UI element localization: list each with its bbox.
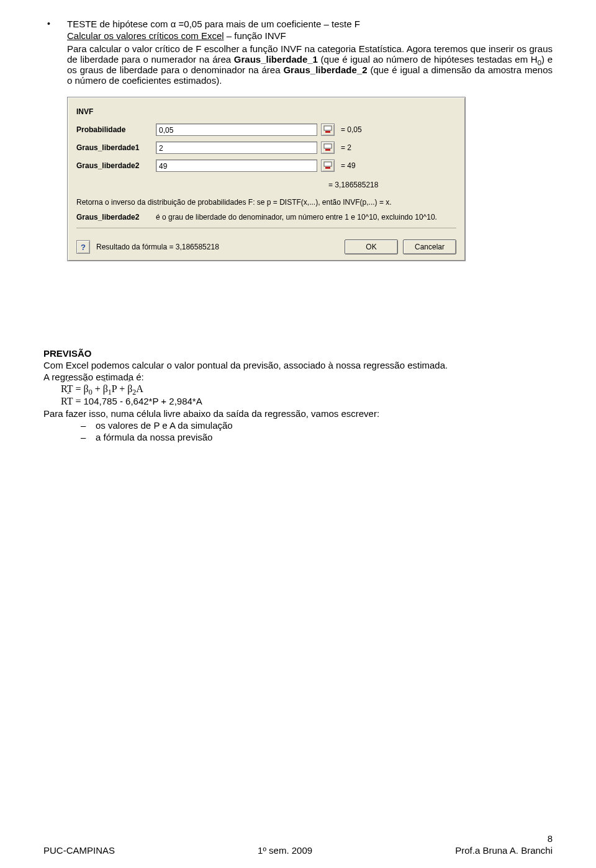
probabilidade-input[interactable]: 0,05 <box>156 123 317 136</box>
field-result: = 49 <box>341 161 356 170</box>
svg-rect-4 <box>324 162 332 166</box>
graus-liberdade2-input[interactable]: 49 <box>156 159 317 172</box>
svg-rect-2 <box>324 144 332 148</box>
dialog-title: INVF <box>76 107 456 116</box>
page-footer: 8 PUC-CAMPINAS 1º sem. 2009 Prof.a Bruna… <box>43 833 553 856</box>
field-desc-text: é o grau de liberdade do denominador, um… <box>156 213 456 221</box>
formula-result-text: Resultado da fórmula = 3,186585218 <box>96 243 219 251</box>
bullet-item: • TESTE de hipótese com α =0,05 para mai… <box>43 19 553 29</box>
text-bold: Graus_liberdade_2 <box>283 65 367 75</box>
field-label: Graus_liberdade1 <box>76 143 156 152</box>
cancel-button[interactable]: Cancelar <box>403 239 456 254</box>
dash-icon: – <box>81 432 96 442</box>
paragraph: Para fazer isso, numa célula livre abaix… <box>43 408 553 419</box>
formula-values: RTˆ = 104,785 - 6,642*P + 2,984*A <box>61 396 553 407</box>
bullet-title: TESTE de hipótese com α =0,05 para mais … <box>67 19 553 29</box>
paragraph: Com Excel podemos calcular o valor pontu… <box>43 360 553 370</box>
sub-list-item: – a fórmula da nossa previsão <box>81 432 553 442</box>
ok-button[interactable]: OK <box>345 239 398 254</box>
dialog-row-gl2: Graus_liberdade2 49 = 49 <box>76 159 456 172</box>
help-button[interactable]: ? <box>76 240 90 254</box>
dialog-description: Retorna o inverso da distribuição de pro… <box>76 198 456 207</box>
list-text: a fórmula da nossa previsão <box>96 432 212 442</box>
dialog-invf: INVF Probabilidade 0,05 = 0,05 Graus_lib… <box>67 97 466 261</box>
collapse-dialog-icon[interactable] <box>321 159 335 172</box>
formula-numbers: 104,785 - 6,642*P + 2,984*A <box>84 396 202 406</box>
field-desc-label: Graus_liberdade2 <box>76 213 156 221</box>
paragraph: A regressão estimada é: <box>43 372 553 382</box>
svg-rect-0 <box>324 126 332 130</box>
section-heading-previsao: PREVISÃO <box>43 348 553 359</box>
formula-regression: RTˆ = βˆ0 + βˆ1P + βˆ2A <box>61 383 553 395</box>
field-label: Graus_liberdade2 <box>76 161 156 170</box>
svg-rect-3 <box>325 149 330 151</box>
text: – função INVF <box>224 30 286 41</box>
dialog-field-description: Graus_liberdade2 é o grau de liberdade d… <box>76 213 456 221</box>
dash-icon: – <box>81 420 96 431</box>
page-number: 8 <box>43 833 553 844</box>
dialog-row-prob: Probabilidade 0,05 = 0,05 <box>76 123 456 136</box>
text: (que é igual ao número de hipóteses test… <box>318 54 538 65</box>
footer-left: PUC-CAMPINAS <box>43 845 115 856</box>
dialog-bottom-bar: ? Resultado da fórmula = 3,186585218 OK … <box>76 235 456 254</box>
svg-rect-1 <box>325 131 330 133</box>
field-label: Probabilidade <box>76 125 156 134</box>
svg-rect-5 <box>325 167 330 169</box>
bullet-icon: • <box>43 19 67 29</box>
text-bold: Graus_liberdade_1 <box>234 54 318 65</box>
collapse-dialog-icon[interactable] <box>321 141 335 154</box>
dialog-row-gl1: Graus_liberdade1 2 = 2 <box>76 141 456 154</box>
graus-liberdade1-input[interactable]: 2 <box>156 141 317 154</box>
paragraph: Calcular os valores críticos com Excel –… <box>67 30 553 41</box>
field-result: = 2 <box>341 143 351 152</box>
divider <box>76 228 456 228</box>
dialog-result: = 3,186585218 <box>328 181 456 189</box>
footer-center: 1º sem. 2009 <box>258 845 312 856</box>
paragraph: Para calcular o valor crítico de F escol… <box>67 43 553 86</box>
text-underline: Calcular os valores críticos com Excel <box>67 30 224 41</box>
field-result: = 0,05 <box>341 125 362 134</box>
footer-right: Prof.a Bruna A. Branchi <box>455 845 553 856</box>
sub-list-item: – os valores de P e A da simulação <box>81 420 553 431</box>
collapse-dialog-icon[interactable] <box>321 123 335 136</box>
list-text: os valores de P e A da simulação <box>96 420 233 431</box>
